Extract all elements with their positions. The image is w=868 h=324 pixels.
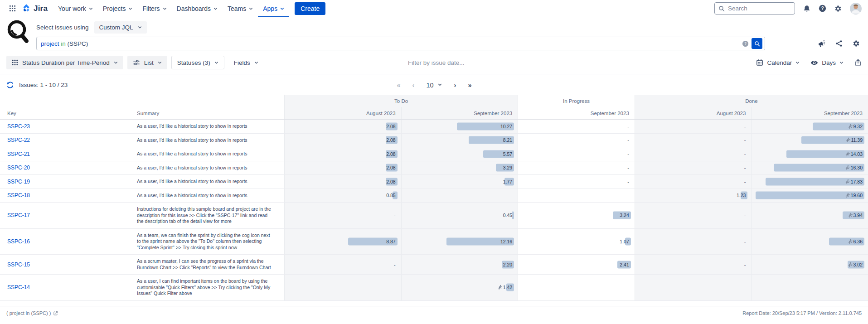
issue-date-filter-input[interactable]: Filter by issue date...: [408, 59, 465, 66]
feedback-megaphone-icon[interactable]: [817, 39, 825, 48]
external-link-icon[interactable]: [53, 311, 58, 316]
report-footer: ( project in (SSPC) ) Report Date: 20/Se…: [0, 306, 868, 324]
statuses-dropdown[interactable]: Statuses (3): [171, 56, 224, 69]
nav-item-label: Apps: [263, 5, 277, 12]
table-row-sspc-16: SSPC-16As a team, we can finish the spri…: [0, 229, 868, 255]
chevron-down-icon: [128, 7, 132, 11]
nav-item-label: Projects: [103, 5, 126, 12]
primary-nav: Your workProjectsFiltersDashboardsTeamsA…: [53, 0, 289, 17]
duration-cell: -: [518, 147, 635, 161]
nav-item-dashboards[interactable]: Dashboards: [172, 0, 223, 17]
svg-text:?: ?: [821, 6, 824, 11]
chevron-down-icon: [795, 61, 800, 65]
statuses-label: Statuses (3): [177, 59, 210, 66]
duration-value: 12.16: [500, 239, 512, 244]
export-icon[interactable]: [854, 59, 862, 66]
duration-value: 14.03: [844, 151, 863, 157]
user-avatar[interactable]: [850, 3, 862, 15]
empty-duration: -: [744, 285, 746, 290]
jql-search-button[interactable]: [752, 38, 762, 49]
nav-item-apps[interactable]: Apps: [258, 0, 289, 17]
issue-key-link[interactable]: SSPC-14: [7, 284, 30, 290]
empty-duration: -: [744, 124, 746, 129]
group-header-spacer: [0, 95, 284, 107]
sprint-runner-icon: [844, 151, 850, 157]
fields-dropdown[interactable]: Fields: [228, 56, 264, 69]
view-type-dropdown[interactable]: Status Duration per Time-Period: [6, 56, 123, 69]
duration-cell: 1.23: [635, 189, 752, 203]
report-toolbar: Status Duration per Time-Period List Sta…: [0, 52, 868, 74]
first-page-button[interactable]: «: [397, 81, 400, 88]
issue-summary: As a user, I'd like a historical story t…: [137, 189, 284, 203]
duration-cell: 2.20: [401, 255, 518, 274]
nav-item-label: Filters: [142, 5, 160, 12]
chevron-down-icon: [254, 61, 258, 65]
app-switcher-icon[interactable]: [6, 5, 19, 12]
duration-cell: 1.42: [401, 275, 518, 300]
nav-item-projects[interactable]: Projects: [98, 0, 138, 17]
duration-cell: 11.39: [751, 134, 868, 147]
issue-key-link[interactable]: SSPC-22: [7, 137, 30, 143]
last-page-button[interactable]: »: [468, 81, 471, 88]
jql-token: in: [59, 40, 66, 47]
empty-duration: -: [394, 262, 396, 267]
issue-key-link[interactable]: SSPC-20: [7, 164, 30, 171]
issue-key-link[interactable]: SSPC-17: [7, 212, 30, 218]
duration-value: 2.20: [503, 262, 512, 267]
query-mode-dropdown[interactable]: Custom JQL: [94, 21, 147, 34]
duration-cell: 19.60: [751, 189, 868, 203]
duration-value: 0.45: [503, 213, 512, 218]
issue-key-link[interactable]: SSPC-19: [7, 179, 30, 185]
duration-value: 17.83: [844, 179, 863, 184]
nav-item-your-work[interactable]: Your work: [53, 0, 98, 17]
issue-key-link[interactable]: SSPC-16: [7, 238, 30, 245]
table-row-sspc-23: SSPC-23As a user, I'd like a historical …: [0, 120, 868, 134]
refresh-icon[interactable]: [6, 81, 14, 89]
duration-value: 1.42: [497, 285, 512, 290]
grid-icon: [12, 59, 18, 66]
nav-item-teams[interactable]: Teams: [223, 0, 258, 17]
empty-duration: -: [744, 137, 746, 143]
issue-key-link[interactable]: SSPC-23: [7, 123, 30, 130]
issue-key-link[interactable]: SSPC-21: [7, 151, 30, 157]
duration-value: 1.77: [503, 179, 512, 184]
next-page-button[interactable]: ›: [454, 81, 456, 88]
empty-duration: -: [861, 285, 863, 290]
issue-key-link[interactable]: SSPC-15: [7, 261, 30, 268]
duration-cell: 3.02: [751, 255, 868, 274]
duration-value: 8.21: [503, 137, 512, 143]
nav-item-filters[interactable]: Filters: [137, 0, 171, 17]
calendar-label: Calendar: [767, 59, 792, 66]
duration-value: 2.41: [620, 262, 629, 267]
status-group-header: In Progress: [518, 95, 635, 107]
calendar-dropdown[interactable]: Calendar: [756, 59, 800, 66]
duration-cell: 16.30: [751, 161, 868, 175]
chevron-down-icon: [839, 61, 844, 65]
report-settings-gear-icon[interactable]: [853, 40, 860, 47]
top-navigation-bar: Jira Your workProjectsFiltersDashboardsT…: [0, 0, 868, 17]
settings-gear-icon[interactable]: [834, 5, 842, 12]
page-size-select[interactable]: 10: [426, 81, 441, 88]
issue-summary: As a user, I'd like a historical story t…: [137, 120, 284, 133]
jql-help-icon[interactable]: ?: [742, 40, 749, 47]
empty-duration: -: [744, 151, 746, 157]
issue-key-link[interactable]: SSPC-18: [7, 192, 30, 198]
share-icon[interactable]: [835, 40, 843, 47]
jql-input[interactable]: project in (SSPC) ?: [36, 37, 765, 50]
results-bar: Issues: 1 - 10 / 23 « ‹ 10 › »: [0, 74, 868, 95]
duration-cell: -: [635, 161, 752, 175]
duration-value: 0.85: [386, 193, 395, 198]
duration-cell: 9.32: [751, 120, 868, 133]
global-search-input[interactable]: Search: [714, 2, 795, 15]
create-button[interactable]: Create: [295, 2, 325, 15]
days-view-dropdown[interactable]: Days: [810, 59, 844, 67]
jql-token: project: [41, 40, 59, 47]
duration-cell: -: [635, 229, 752, 255]
layout-dropdown[interactable]: List: [127, 56, 167, 69]
prev-page-button[interactable]: ‹: [412, 81, 414, 88]
help-icon[interactable]: ?: [819, 5, 826, 12]
jira-logo[interactable]: Jira: [19, 4, 52, 13]
duration-value: 3.29: [503, 165, 512, 170]
notifications-bell-icon[interactable]: [803, 5, 810, 12]
empty-duration: -: [744, 165, 746, 170]
